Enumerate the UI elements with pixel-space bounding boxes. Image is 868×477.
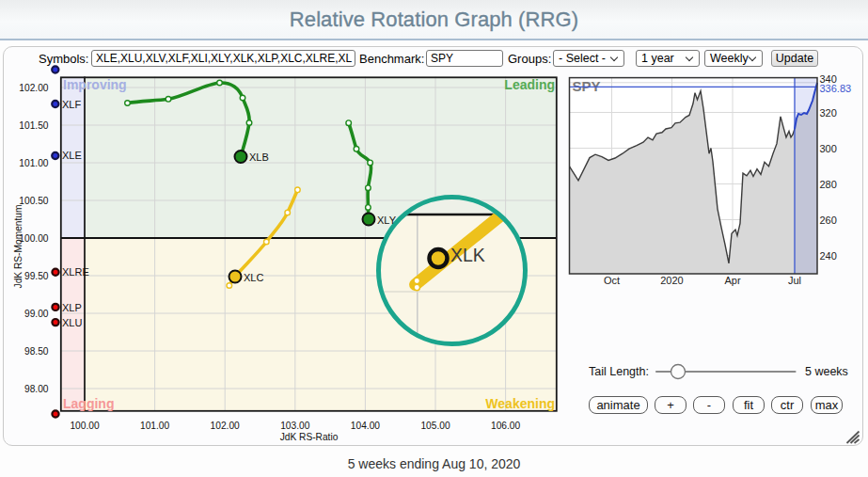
svg-text:Weakening: Weakening	[485, 396, 555, 411]
svg-text:240: 240	[820, 250, 837, 262]
svg-text:XLE: XLE	[62, 150, 82, 161]
svg-text:105.00: 105.00	[420, 421, 450, 431]
svg-text:XLK: XLK	[450, 245, 485, 265]
svg-text:XLU: XLU	[62, 317, 82, 328]
svg-text:Lagging: Lagging	[63, 396, 114, 411]
svg-text:336.83: 336.83	[820, 83, 852, 94]
svg-text:XLF: XLF	[62, 99, 81, 110]
svg-text:JdK RS-Momentum: JdK RS-Momentum	[13, 205, 24, 289]
svg-text:98.50: 98.50	[24, 346, 49, 357]
svg-text:Leading: Leading	[504, 77, 555, 92]
svg-text:XLY: XLY	[377, 215, 397, 226]
svg-text:100.00: 100.00	[19, 233, 48, 244]
svg-text:320: 320	[820, 107, 837, 119]
svg-text:Apr: Apr	[724, 275, 740, 286]
svg-text:98.00: 98.00	[24, 384, 49, 394]
svg-text:XLC: XLC	[244, 272, 263, 283]
svg-text:100.00: 100.00	[70, 421, 99, 431]
svg-text:100.50: 100.50	[19, 196, 48, 206]
svg-text:103.00: 103.00	[280, 421, 309, 431]
svg-text:Improving: Improving	[63, 77, 127, 92]
svg-text:99.50: 99.50	[24, 271, 49, 281]
svg-text:99.00: 99.00	[24, 309, 49, 319]
svg-text:106.00: 106.00	[491, 421, 520, 431]
svg-text:104.00: 104.00	[351, 421, 380, 431]
svg-text:XLRE: XLRE	[62, 266, 89, 278]
svg-text:280: 280	[820, 179, 837, 190]
svg-text:2020: 2020	[660, 275, 683, 286]
svg-text:102.00: 102.00	[19, 83, 48, 93]
svg-text:101.00: 101.00	[140, 421, 169, 431]
svg-text:Jul: Jul	[788, 275, 801, 286]
svg-text:JdK RS-Ratio: JdK RS-Ratio	[280, 432, 339, 442]
svg-text:260: 260	[820, 215, 837, 226]
svg-text:300: 300	[820, 143, 837, 154]
svg-text:SPY: SPY	[573, 78, 601, 94]
svg-text:XLP: XLP	[62, 302, 82, 313]
svg-text:XLB: XLB	[249, 151, 269, 163]
svg-text:102.00: 102.00	[211, 421, 240, 431]
svg-text:Oct: Oct	[604, 275, 620, 286]
svg-text:101.00: 101.00	[19, 158, 48, 168]
svg-text:101.50: 101.50	[19, 120, 48, 131]
